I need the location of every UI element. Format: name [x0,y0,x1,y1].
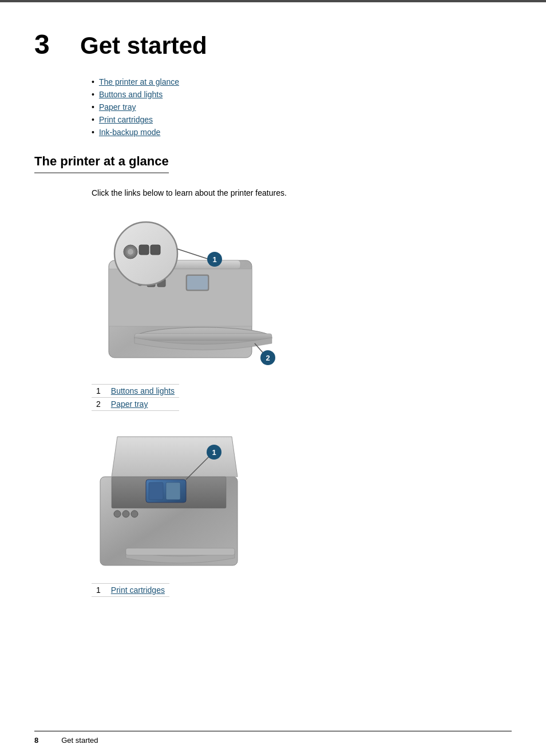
label-number-1: 1 [92,385,106,398]
chapter-header: 3 Get started [34,29,512,60]
toc-link-ink-backup-mode[interactable]: Ink-backup mode [99,128,160,137]
svg-rect-12 [139,245,149,255]
svg-text:2: 2 [266,354,270,362]
chapter-number: 3 [34,29,63,60]
svg-rect-27 [166,482,180,500]
label-row-2: 2 Paper tray [92,398,179,411]
svg-rect-13 [151,245,160,255]
printer-open-label-table: 1 Print cartridges [92,583,169,597]
svg-point-29 [122,510,129,517]
svg-rect-4 [187,276,208,290]
svg-text:1: 1 [212,448,216,457]
label-number-2: 2 [92,398,106,411]
toc-list: The printer at a glance Buttons and ligh… [92,77,512,137]
section-heading-printer-at-a-glance: The printer at a glance [34,154,169,173]
printer-open-image: 1 [92,425,512,579]
svg-point-28 [114,510,121,517]
svg-text:1: 1 [212,255,216,264]
toc-item-5[interactable]: Ink-backup mode [92,128,512,137]
open-label-row-1: 1 Print cartridges [92,584,169,597]
toc-link-buttons-and-lights[interactable]: Buttons and lights [99,90,163,99]
svg-rect-9 [134,334,272,341]
label-link-1[interactable]: Buttons and lights [106,385,179,398]
top-border [0,0,546,2]
label-link-2[interactable]: Paper tray [106,398,179,411]
toc-item-3[interactable]: Paper tray [92,102,512,112]
footer-section-label: Get started [61,736,98,745]
chapter-title: Get started [80,32,207,60]
label-row-1: 1 Buttons and lights [92,385,179,398]
toc-link-printer-at-a-glance[interactable]: The printer at a glance [99,77,179,86]
toc-link-paper-tray[interactable]: Paper tray [99,102,136,112]
toc-item-4[interactable]: Print cartridges [92,115,512,124]
svg-point-30 [131,510,138,517]
svg-point-15 [128,249,133,255]
open-label-number-1: 1 [92,584,106,597]
svg-rect-26 [149,482,163,500]
footer: 8 Get started [34,731,512,745]
section-description: Click the links below to learn about the… [92,188,512,197]
svg-line-16 [177,249,209,259]
open-label-link-1[interactable]: Print cartridges [106,584,169,597]
toc-item-1[interactable]: The printer at a glance [92,77,512,86]
toc-item-2[interactable]: Buttons and lights [92,90,512,99]
printer-front-image: 1 2 [92,209,512,379]
toc-link-print-cartridges[interactable]: Print cartridges [99,115,153,124]
footer-page-number: 8 [34,736,38,745]
printer-front-label-table: 1 Buttons and lights 2 Paper tray [92,384,179,411]
svg-rect-31 [126,548,235,555]
